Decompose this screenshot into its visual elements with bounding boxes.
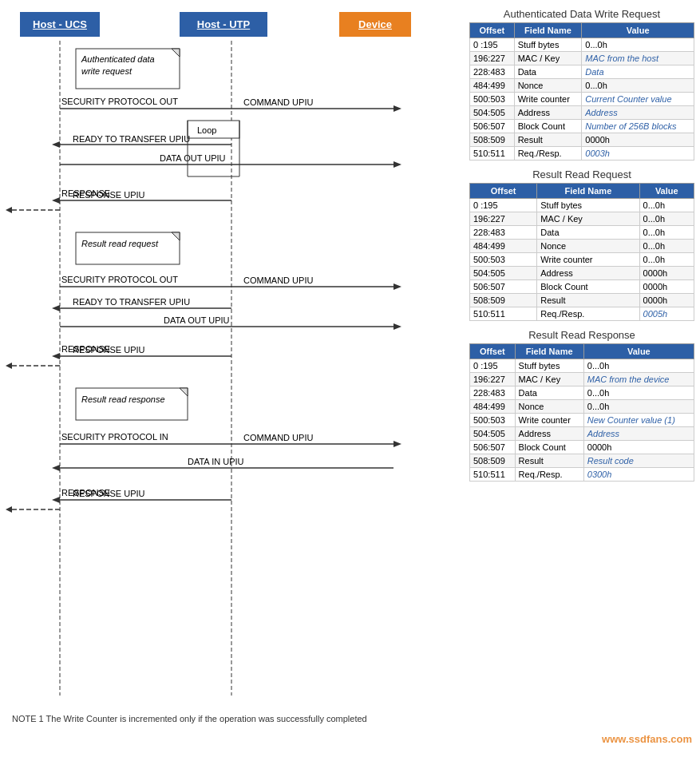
table-cell: Block Count	[514, 120, 582, 133]
result-read-resp-title: Result Read Response	[469, 329, 694, 341]
svg-marker-8	[394, 105, 401, 112]
table-cell: Address	[515, 427, 583, 441]
table-cell: 508:509	[470, 133, 515, 147]
svg-text:READY TO TRANSFER UPIU: READY TO TRANSFER UPIU	[73, 134, 190, 144]
svg-text:SECURITY PROTOCOL IN: SECURITY PROTOCOL IN	[61, 432, 168, 442]
col-offset-1: Offset	[470, 23, 515, 38]
table-cell: 0 :195	[470, 199, 537, 212]
svg-text:SECURITY PROTOCOL OUT: SECURITY PROTOCOL OUT	[61, 275, 178, 284]
table-cell: Result	[537, 294, 639, 307]
table-cell: 228:483	[470, 226, 537, 240]
table-cell: 0 :195	[470, 359, 516, 373]
table-cell: 484:499	[470, 79, 515, 93]
svg-text:RESPONSE UPIU: RESPONSE UPIU	[73, 345, 145, 355]
svg-text:READY TO TRANSFER UPIU: READY TO TRANSFER UPIU	[73, 297, 190, 307]
participant-utp: Host - UTP	[180, 12, 267, 37]
svg-marker-42	[52, 353, 60, 359]
table-cell: Data	[515, 386, 583, 400]
col-field-1: Field Name	[514, 23, 582, 38]
col-offset-2: Offset	[470, 184, 537, 199]
table-cell: 0000h	[639, 280, 694, 294]
col-value-1: Value	[582, 23, 694, 38]
table-cell: 0...0h	[639, 226, 694, 240]
result-read-resp-table: Offset Field Name Value 0 :195Stuff byte…	[469, 343, 694, 482]
table-cell: 504:505	[470, 427, 516, 441]
svg-text:COMMAND UPIU: COMMAND UPIU	[243, 275, 313, 285]
table-cell: 196:227	[470, 52, 515, 65]
svg-text:write request: write request	[81, 66, 132, 76]
table-cell: 0 :195	[470, 38, 515, 52]
tables-area: Authenticated Data Write Request Offset …	[463, 8, 694, 753]
svg-text:DATA OUT UPIU: DATA OUT UPIU	[164, 315, 230, 325]
table-cell: 0300h	[583, 468, 694, 482]
svg-marker-45	[6, 363, 12, 369]
table-cell: Req./Resp.	[515, 468, 583, 482]
participant-device: Device	[339, 12, 411, 37]
table-cell: 506:507	[470, 441, 516, 454]
table-cell: Nonce	[515, 400, 583, 414]
col-value-2: Value	[639, 184, 694, 199]
table-cell: 504:505	[470, 267, 537, 280]
result-read-req-section: Result Read Request Offset Field Name Va…	[469, 168, 694, 321]
table-cell: MAC from the device	[583, 373, 694, 386]
table-cell: 0000h	[639, 294, 694, 307]
svg-text:Result read request: Result read request	[81, 239, 159, 248]
svg-text:DATA IN UPIU: DATA IN UPIU	[188, 457, 244, 466]
table-cell: Data	[582, 65, 694, 79]
table-cell: Nonce	[537, 240, 639, 253]
table-cell: MAC / Key	[514, 52, 582, 65]
table-cell: 196:227	[470, 212, 537, 226]
svg-text:COMMAND UPIU: COMMAND UPIU	[243, 433, 313, 442]
table-cell: MAC / Key	[515, 373, 583, 386]
table-cell: Req./Resp.	[514, 147, 582, 161]
result-read-resp-section: Result Read Response Offset Field Name V…	[469, 329, 694, 482]
table-cell: MAC / Key	[537, 212, 639, 226]
table-cell: Write counter	[537, 253, 639, 267]
table-cell: Write counter	[514, 93, 582, 106]
table-cell: Current Counter value	[582, 93, 694, 106]
svg-marker-13	[52, 141, 60, 148]
col-field-2: Field Name	[537, 184, 639, 199]
watermark: www.ssdfans.com	[602, 733, 692, 745]
table-cell: Data	[537, 226, 639, 240]
table-cell: Address	[582, 106, 694, 120]
table-cell: 504:505	[470, 106, 515, 120]
table-cell: 0...0h	[639, 253, 694, 267]
table-cell: Write counter	[515, 414, 583, 427]
table-cell: 484:499	[470, 400, 516, 414]
table-cell: 0000h	[583, 441, 694, 454]
table-cell: Address	[537, 267, 639, 280]
col-offset-3: Offset	[470, 344, 516, 359]
table-cell: Stuff bytes	[514, 38, 582, 52]
sequence-diagram: Authenticated data write request SECURIT…	[4, 41, 463, 727]
svg-text:Loop: Loop	[197, 125, 216, 135]
svg-marker-35	[52, 305, 60, 311]
table-cell: 500:503	[470, 93, 515, 106]
svg-text:RESPONSE UPIU: RESPONSE UPIU	[73, 190, 145, 200]
table-cell: 0003h	[582, 147, 694, 161]
table-cell: 228:483	[470, 65, 515, 79]
table-cell: 196:227	[470, 373, 516, 386]
table-cell: Number of 256B blocks	[582, 120, 694, 133]
svg-rect-46	[76, 388, 188, 420]
table-cell: Nonce	[514, 79, 582, 93]
table-cell: 0000h	[582, 133, 694, 147]
table-cell: 0...0h	[583, 400, 694, 414]
svg-marker-38	[394, 323, 401, 330]
table-cell: 0...0h	[582, 38, 694, 52]
table-cell: 508:509	[470, 294, 537, 307]
table-cell: Data	[514, 65, 582, 79]
svg-text:DATA OUT UPIU: DATA OUT UPIU	[160, 153, 226, 163]
auth-write-table: Offset Field Name Value 0 :195Stuff byte…	[469, 22, 694, 161]
table-cell: Block Count	[515, 441, 583, 454]
table-cell: 508:509	[470, 454, 516, 468]
col-value-3: Value	[583, 344, 694, 359]
table-cell: 500:503	[470, 414, 516, 427]
svg-marker-54	[52, 465, 60, 471]
table-cell: Result	[515, 454, 583, 468]
svg-rect-27	[76, 232, 180, 264]
result-read-req-table: Offset Field Name Value 0 :195Stuff byte…	[469, 183, 694, 321]
svg-marker-23	[52, 197, 60, 204]
table-cell: 0...0h	[639, 212, 694, 226]
table-cell: 506:507	[470, 280, 537, 294]
